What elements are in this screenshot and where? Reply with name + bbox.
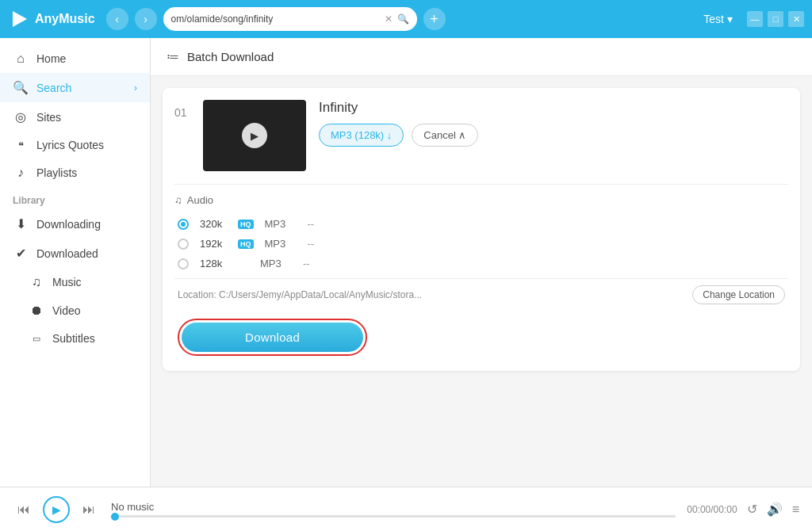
batch-download-label: Batch Download [187,50,274,63]
sidebar-item-sites[interactable]: ◎ Sites [0,102,150,132]
player-title: No music [111,501,676,513]
add-tab-button[interactable]: + [423,8,446,30]
radio-128k[interactable] [178,258,189,269]
sidebar-item-video-label: Video [52,304,81,317]
url-close-icon[interactable]: ✕ [385,13,393,25]
sidebar-item-sites-label: Sites [36,111,61,124]
url-search-icon[interactable]: 🔍 [397,13,409,25]
sidebar-item-music-label: Music [52,276,82,288]
sidebar-item-home-label: Home [36,52,66,65]
logo-icon [8,8,30,30]
sidebar: ⌂ Home 🔍 Search › ◎ Sites ❝ Lyrics Quote… [0,38,151,487]
maximize-button[interactable]: □ [768,11,783,27]
format-192k: MP3 [265,238,297,250]
audio-section-title: ♫ Audio [174,194,788,206]
playlists-icon: ♪ [13,166,29,180]
back-button[interactable]: ‹ [106,8,128,30]
app-name: AnyMusic [35,12,95,26]
sidebar-item-downloaded-label: Downloaded [36,247,98,260]
download-btn-area: Download [174,312,788,359]
quality-320k: 320k [200,218,232,230]
playlist-icon[interactable]: ≡ [792,502,799,517]
format-128k: MP3 [260,258,292,269]
download-btn-wrapper: Download [178,319,367,356]
play-button[interactable]: ▶ [242,123,267,148]
quality-128k: 128k [200,258,232,269]
sidebar-item-downloading[interactable]: ⬇ Downloading [0,209,150,239]
player-progress-bar[interactable] [111,515,676,518]
sites-icon: ◎ [13,109,29,124]
content-area: ≔ Batch Download 01 ▶ Infinity MP3 (128k… [151,38,812,487]
player-progress-dot [111,513,119,521]
hq-badge-192k: HQ [238,239,254,249]
song-thumbnail[interactable]: ▶ [203,100,306,171]
audio-option-320k: 320k HQ MP3 -- [174,214,788,234]
sidebar-item-home[interactable]: ⌂ Home [0,44,150,73]
player-right: 00:00/00:00 ↺ 🔊 ≡ [687,502,799,517]
user-menu[interactable]: Test ▾ [703,13,733,25]
music-icon: ♫ [29,275,44,289]
sidebar-item-video[interactable]: ⏺ Video [0,296,150,325]
radio-192k[interactable] [178,239,189,250]
volume-icon[interactable]: 🔊 [767,502,783,517]
share-icon[interactable]: ↺ [747,502,757,517]
close-button[interactable]: ✕ [788,11,804,27]
sidebar-item-search-label: Search [36,82,71,94]
change-location-button[interactable]: Change Location [692,285,785,304]
sidebar-item-music[interactable]: ♫ Music [0,268,150,296]
cancel-button[interactable]: Cancel ∧ [412,124,478,147]
titlebar: AnyMusic ‹ › om/olamide/song/infinity ✕ … [0,0,812,38]
home-icon: ⌂ [13,52,29,66]
audio-section: ♫ Audio 320k HQ MP3 -- 192k [174,184,788,359]
format-320k: MP3 [265,218,297,230]
player-bar: ⏮ ▶ ⏭ No music 00:00/00:00 ↺ 🔊 ≡ [0,487,812,531]
sidebar-item-lyrics-label: Lyrics Quotes [36,139,104,151]
prev-button[interactable]: ⏮ [13,499,35,521]
subtitles-icon: ▭ [29,334,44,344]
svg-marker-0 [13,11,27,27]
minimize-button[interactable]: — [747,11,763,27]
lyrics-icon: ❝ [13,139,29,151]
sidebar-item-downloading-label: Downloading [36,218,101,231]
library-section-label: Library [0,187,150,209]
sidebar-item-subtitles[interactable]: ▭ Subtitles [0,325,150,352]
song-title: Infinity [319,100,788,116]
extra-192k: -- [308,238,315,250]
location-text: Location: C:/Users/Jemy/AppData/Local/An… [178,289,684,300]
song-top-section: 01 ▶ Infinity MP3 (128k) ↓ Cancel ∧ [174,100,788,171]
main-area: ⌂ Home 🔍 Search › ◎ Sites ❝ Lyrics Quote… [0,38,812,487]
format-buttons: MP3 (128k) ↓ Cancel ∧ [319,124,788,147]
quality-192k: 192k [200,238,232,250]
player-info: No music [111,501,676,518]
user-chevron-icon: ▾ [727,13,733,25]
sidebar-item-lyrics[interactable]: ❝ Lyrics Quotes [0,132,150,159]
downloaded-icon: ✔ [13,246,29,261]
audio-option-128k: 128k MP3 -- [174,254,788,273]
extra-128k: -- [303,258,310,269]
track-number: 01 [174,106,190,119]
batch-download-icon: ≔ [167,49,179,64]
sidebar-item-downloaded[interactable]: ✔ Downloaded [0,239,150,268]
download-button[interactable]: Download [182,323,363,352]
sidebar-item-playlists[interactable]: ♪ Playlists [0,159,150,187]
sidebar-item-search[interactable]: 🔍 Search › [0,73,150,102]
next-button[interactable]: ⏭ [78,499,100,521]
url-bar[interactable]: om/olamide/song/infinity ✕ 🔍 [163,7,417,31]
song-info: Infinity MP3 (128k) ↓ Cancel ∧ [319,100,788,147]
window-controls: — □ ✕ [747,11,804,27]
video-icon: ⏺ [29,304,44,318]
format-select-button[interactable]: MP3 (128k) ↓ [319,124,404,147]
url-text: om/olamide/song/infinity [171,13,380,25]
search-icon: 🔍 [13,80,29,95]
player-time: 00:00/00:00 [687,504,737,515]
forward-button[interactable]: › [135,8,157,30]
app-logo: AnyMusic [8,8,95,30]
song-card: 01 ▶ Infinity MP3 (128k) ↓ Cancel ∧ ♫ Au… [163,88,800,371]
radio-320k[interactable] [178,219,189,230]
user-name: Test [703,13,724,25]
play-pause-button[interactable]: ▶ [43,496,70,523]
audio-option-192k: 192k HQ MP3 -- [174,234,788,254]
sidebar-item-playlists-label: Playlists [36,166,77,179]
extra-320k: -- [308,218,315,230]
sidebar-item-subtitles-label: Subtitles [52,332,95,345]
